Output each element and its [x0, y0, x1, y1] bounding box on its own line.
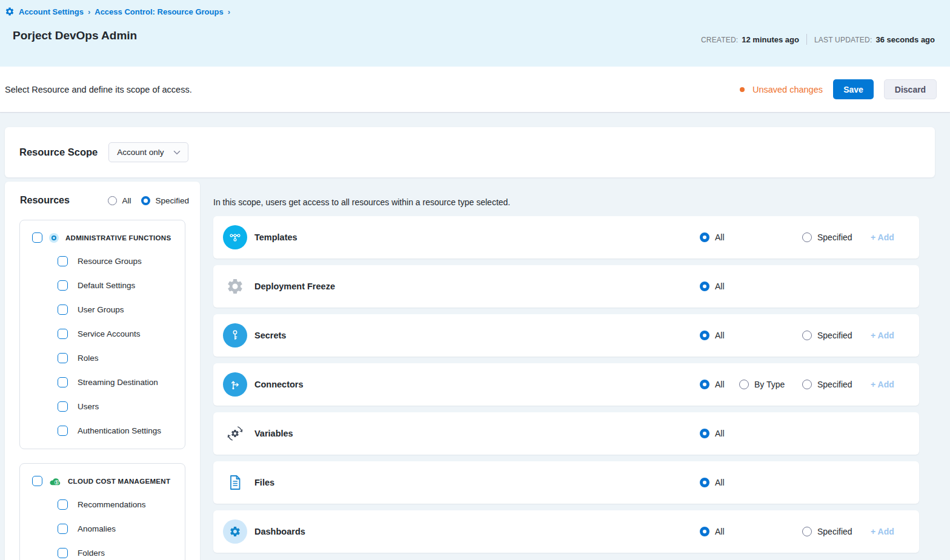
- resource-scope-dropdown[interactable]: Account only: [108, 142, 188, 162]
- group-title: ADMINISTRATIVE FUNCTIONS: [65, 234, 171, 242]
- discard-button[interactable]: Discard: [884, 79, 937, 99]
- group-checkbox[interactable]: [32, 232, 42, 243]
- radio-all[interactable]: All: [700, 510, 725, 553]
- connectors-icon: [223, 372, 247, 397]
- toolbar-description: Select Resource and define its scope of …: [5, 85, 192, 94]
- admin-functions-icon: [49, 233, 59, 243]
- add-button[interactable]: + Add: [871, 527, 894, 536]
- group-item[interactable]: Service Accounts: [20, 321, 185, 346]
- radio-icon[interactable]: [802, 527, 812, 536]
- resource-type-label: Deployment Freeze: [254, 282, 335, 291]
- radio-icon[interactable]: [802, 380, 812, 389]
- secrets-icon: [223, 323, 247, 348]
- radio-icon[interactable]: [700, 331, 709, 340]
- item-label: Folders: [78, 548, 105, 558]
- group-item[interactable]: Streaming Destination: [20, 370, 185, 394]
- last-updated-value: 36 seconds ago: [875, 35, 935, 44]
- toolbar: Select Resource and define its scope of …: [0, 67, 950, 113]
- radio-specified[interactable]: Specified: [802, 363, 852, 406]
- files-icon: [223, 470, 247, 495]
- item-checkbox[interactable]: [58, 280, 68, 291]
- radio-specified[interactable]: Specified: [802, 216, 852, 259]
- radio-all[interactable]: All: [108, 196, 131, 205]
- group-item[interactable]: Anomalies: [20, 516, 185, 541]
- item-label: Service Accounts: [78, 329, 141, 338]
- group-item[interactable]: Users: [20, 394, 185, 418]
- resources-mode-radios: All Specified: [108, 196, 189, 205]
- radio-all[interactable]: All: [700, 216, 725, 259]
- item-label: Authentication Settings: [78, 426, 161, 435]
- radio-icon[interactable]: [802, 331, 812, 340]
- item-checkbox[interactable]: [58, 401, 68, 412]
- resource-type-label: Secrets: [254, 331, 286, 340]
- radio-icon[interactable]: [141, 196, 150, 205]
- resource-row-secrets: SecretsAllSpecified+ Add: [213, 314, 919, 357]
- radio-specified[interactable]: Specified: [802, 510, 852, 553]
- radio-icon[interactable]: [802, 232, 812, 242]
- item-label: Resource Groups: [78, 257, 142, 266]
- breadcrumb-access-control[interactable]: Access Control: Resource Groups: [95, 7, 223, 16]
- group-item[interactable]: Roles: [20, 346, 185, 370]
- add-button[interactable]: + Add: [871, 380, 894, 389]
- group-item[interactable]: Resource Groups: [20, 249, 185, 273]
- resource-row-files: FilesAll: [213, 461, 919, 504]
- item-checkbox[interactable]: [58, 377, 68, 387]
- radio-all[interactable]: All: [700, 461, 725, 504]
- item-checkbox[interactable]: [58, 256, 68, 266]
- radio-icon[interactable]: [739, 380, 749, 389]
- group-item[interactable]: Recommendations: [20, 492, 185, 516]
- breadcrumb-separator: ›: [88, 7, 90, 16]
- created-value: 12 minutes ago: [742, 35, 799, 44]
- page-header: Account Settings › Access Control: Resou…: [0, 0, 950, 67]
- radio-icon[interactable]: [700, 478, 709, 487]
- radio-icon[interactable]: [700, 380, 709, 389]
- item-checkbox[interactable]: [58, 524, 68, 534]
- radio-specified[interactable]: Specified: [141, 196, 189, 205]
- chevron-down-icon: [173, 150, 181, 155]
- resource-scope-value: Account only: [117, 148, 164, 157]
- settings-gear-icon: [5, 7, 15, 16]
- group-item[interactable]: User Groups: [20, 297, 185, 321]
- radio-icon[interactable]: [700, 282, 709, 291]
- radio-all[interactable]: All: [700, 265, 725, 308]
- item-checkbox[interactable]: [58, 305, 68, 315]
- add-button[interactable]: + Add: [871, 232, 894, 242]
- group-header[interactable]: ADMINISTRATIVE FUNCTIONS: [20, 220, 185, 243]
- resource-group-card: $CLOUD COST MANAGEMENTRecommendationsAno…: [19, 463, 185, 560]
- radio-icon[interactable]: [700, 429, 709, 438]
- item-checkbox[interactable]: [58, 548, 68, 558]
- radio-icon[interactable]: [700, 232, 709, 242]
- radio-all[interactable]: All: [700, 363, 725, 406]
- item-checkbox[interactable]: [58, 426, 68, 436]
- item-label: Users: [78, 402, 99, 411]
- page-title: Porject DevOps Admin: [13, 29, 137, 42]
- resource-row-connectors: ConnectorsAllBy TypeSpecified+ Add: [213, 363, 919, 406]
- unsaved-changes-label: Unsaved changes: [752, 85, 823, 94]
- group-checkbox[interactable]: [32, 476, 42, 486]
- variables-icon: [223, 421, 247, 446]
- group-item[interactable]: Default Settings: [20, 273, 185, 297]
- radio-all[interactable]: All: [700, 314, 725, 357]
- item-label: User Groups: [78, 305, 124, 314]
- templates-icon: [223, 225, 247, 249]
- group-item[interactable]: Folders: [20, 541, 185, 560]
- resource-types-panel: In this scope, users get access to all r…: [213, 197, 919, 559]
- item-checkbox[interactable]: [58, 353, 68, 363]
- resource-type-label: Templates: [254, 232, 297, 242]
- item-checkbox[interactable]: [58, 329, 68, 339]
- group-header[interactable]: $CLOUD COST MANAGEMENT: [20, 464, 185, 486]
- resources-title: Resources: [20, 195, 70, 206]
- breadcrumb: Account Settings › Access Control: Resou…: [0, 0, 950, 16]
- radio-by-type[interactable]: By Type: [739, 363, 785, 406]
- item-checkbox[interactable]: [58, 499, 68, 510]
- radio-specified[interactable]: Specified: [802, 314, 852, 357]
- group-item[interactable]: Authentication Settings: [20, 418, 185, 443]
- radio-icon[interactable]: [700, 527, 709, 536]
- breadcrumb-account-settings[interactable]: Account Settings: [19, 7, 84, 16]
- radio-all[interactable]: All: [700, 412, 725, 455]
- radio-icon[interactable]: [108, 196, 117, 205]
- save-button[interactable]: Save: [833, 79, 874, 99]
- resource-scope-label: Resource Scope: [19, 147, 98, 158]
- add-button[interactable]: + Add: [871, 331, 894, 340]
- resource-type-label: Dashboards: [254, 527, 305, 536]
